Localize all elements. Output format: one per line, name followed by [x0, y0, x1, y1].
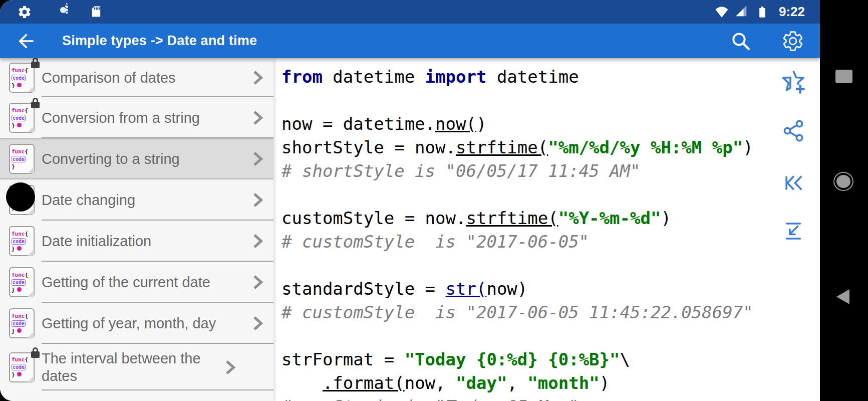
sidebar-item[interactable]: func{code}Converting to a string: [0, 138, 273, 179]
skip-to-start-icon[interactable]: [780, 169, 807, 196]
timer-icon: [65, 5, 80, 20]
code-line: customStyle = now.strftime("%Y-%m-%d"): [281, 207, 820, 230]
code-line: now = datetime.now(): [281, 112, 820, 136]
chevron-right-icon: [248, 273, 266, 291]
favorite-add-icon[interactable]: [780, 68, 807, 95]
black-circle-icon: [6, 182, 35, 212]
battery-icon: [755, 5, 770, 20]
code-line: # customStyle is "2017-06-05": [281, 230, 820, 254]
code-area[interactable]: from datetime import datetime now = date…: [273, 58, 820, 401]
sidebar-item[interactable]: func{code}Getting of year, month, day: [0, 303, 273, 344]
func-code-doc-icon: func{code}: [9, 144, 35, 174]
chevron-right-icon: [221, 358, 239, 376]
sidebar-item-label: Getting of the current date: [42, 274, 248, 291]
settings-icon: [17, 5, 32, 20]
code-line: shortStyle = now.strftime("%m/%d/%y %H:%…: [281, 136, 820, 159]
code-line: # customStyle is "2017-06-05 11:45:22.05…: [281, 301, 820, 324]
code-line: [281, 89, 820, 112]
app-bar: Simple types -> Date and time: [0, 24, 820, 58]
home-button[interactable]: [833, 172, 853, 191]
sidebar-item-label: Conversion from a string: [42, 109, 248, 127]
sdcard-icon: [89, 5, 104, 20]
back-button[interactable]: [836, 289, 849, 304]
chevron-right-icon: [248, 232, 266, 250]
func-code-doc-icon: func{code}: [9, 308, 35, 338]
code-editor[interactable]: from datetime import datetime now = date…: [273, 58, 820, 401]
sidebar-item-label: Converting to a string: [42, 150, 248, 168]
sidebar-item[interactable]: func{code}Conversion from a string: [0, 97, 273, 138]
chevron-right-icon: [248, 69, 266, 87]
page-title: Simple types -> Date and time: [62, 33, 257, 49]
code-line: from datetime import datetime: [281, 65, 820, 89]
clock-time: 9:22: [779, 4, 805, 20]
collapse-down-icon[interactable]: [780, 218, 807, 245]
lock-icon: [31, 58, 40, 68]
code-line: # newStr is in "Today 05 May": [281, 395, 820, 401]
code-line: [281, 254, 820, 277]
code-line: strFormat = "Today {0:%d} {0:%B}"\: [281, 348, 820, 371]
code-line: .format(now, "day", "month"): [281, 371, 820, 395]
sidebar-item-label: Getting of year, month, day: [42, 315, 248, 332]
status-bar: A... 9:22: [0, 0, 820, 24]
code-line: standardStyle = str(now): [281, 277, 820, 301]
sidebar-item[interactable]: func{code}Date changing: [0, 179, 273, 221]
code-line: # shortStyle is "06/05/17 11:45 AM": [281, 159, 820, 183]
android-nav-bar: [820, 0, 868, 401]
back-arrow-icon[interactable]: [13, 28, 39, 54]
device-screen: A... 9:22 Simple types ->: [0, 0, 820, 401]
lock-icon: [31, 347, 40, 358]
code-line: [281, 183, 820, 207]
topic-list: func{code}Comparison of datesfunc{code}C…: [0, 58, 273, 401]
wifi-icon: [714, 5, 729, 20]
search-icon[interactable]: [728, 28, 754, 54]
main-content: func{code}Comparison of datesfunc{code}C…: [0, 58, 820, 401]
share-icon[interactable]: [780, 117, 807, 144]
chevron-right-icon: [248, 314, 266, 332]
sidebar-item[interactable]: func{code}Comparison of dates: [0, 58, 273, 97]
translate-icon: A...: [41, 5, 56, 20]
sidebar-item-label: The interval between the dates: [42, 350, 221, 385]
sidebar-item[interactable]: func{code}Getting of the current date: [0, 262, 273, 303]
func-code-doc-icon: func{code}: [9, 226, 35, 256]
status-bar-left-icons: A...: [17, 5, 104, 20]
status-bar-right: 9:22: [714, 4, 805, 20]
sidebar-item[interactable]: func{code}The interval between the dates: [0, 344, 273, 390]
signal-icon: [735, 5, 750, 20]
sidebar-item-label: Comparison of dates: [42, 69, 248, 87]
lock-icon: [31, 98, 40, 108]
sidebar-item-label: Date changing: [42, 191, 248, 209]
func-code-doc-icon: func{code}: [9, 267, 35, 297]
settings-outline-icon[interactable]: [780, 28, 806, 54]
chevron-right-icon: [248, 191, 266, 209]
chevron-right-icon: [248, 109, 266, 127]
sidebar-item[interactable]: func{code}Date initialization: [0, 221, 273, 262]
chevron-right-icon: [248, 150, 266, 168]
code-line: [281, 324, 820, 348]
recents-button[interactable]: [835, 70, 852, 83]
sidebar-item-label: Date initialization: [42, 233, 248, 250]
